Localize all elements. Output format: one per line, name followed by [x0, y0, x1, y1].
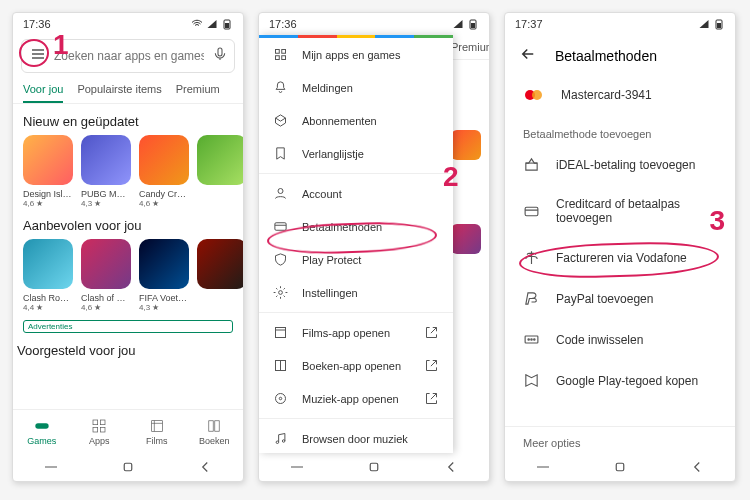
nav-books[interactable]: Boeken — [186, 410, 244, 453]
svg-point-30 — [531, 339, 532, 340]
external-icon — [424, 325, 439, 340]
drawer-wishlist[interactable]: Verlanglijstje — [259, 137, 453, 170]
nav-games[interactable]: Games — [13, 410, 71, 453]
add-method-section: Betaalmethode toevoegen — [505, 114, 735, 144]
system-nav — [259, 453, 489, 481]
app-icon — [197, 239, 243, 289]
drawer-books-app[interactable]: Boeken-app openen — [259, 349, 453, 382]
svg-rect-3 — [93, 420, 98, 425]
svg-rect-14 — [282, 56, 286, 60]
clock: 17:36 — [269, 18, 297, 30]
svg-rect-28 — [525, 336, 538, 343]
home-button[interactable] — [365, 458, 383, 476]
clock: 17:37 — [515, 18, 543, 30]
app-item[interactable]: FIFA Voetbal4,3 ★ — [139, 239, 189, 312]
app-row-1: Design Island4,6 ★ PUBG MOBILE4,3 ★ Cand… — [13, 135, 243, 208]
screen-playstore-home: 17:36 Voor jou Populairste items Premium… — [12, 12, 244, 482]
back-button[interactable] — [688, 458, 706, 476]
ad-badge: Advertenties — [23, 320, 233, 333]
nav-films[interactable]: Films — [128, 410, 186, 453]
saved-card[interactable]: Mastercard-3941 — [505, 76, 735, 114]
tab-top[interactable]: Populairste items — [77, 83, 161, 103]
more-options[interactable]: Meer opties — [505, 426, 735, 453]
app-item[interactable] — [197, 239, 243, 312]
recent-button[interactable] — [288, 458, 306, 476]
status-icons — [452, 18, 479, 30]
svg-rect-2 — [218, 48, 222, 56]
app-item[interactable] — [197, 135, 243, 208]
drawer-payment-methods[interactable]: Betaalmethoden — [259, 210, 453, 243]
add-paypal[interactable]: PayPal toevoegen — [505, 278, 735, 319]
tab-premium[interactable]: Premium — [176, 83, 220, 103]
add-carrier-billing[interactable]: Factureren via Vodafone — [505, 237, 735, 278]
svg-rect-32 — [616, 463, 624, 471]
search-bar[interactable] — [21, 39, 235, 73]
app-icon — [23, 239, 73, 289]
app-icon — [139, 135, 189, 185]
section-suggested: Voorgesteld voor jou — [13, 333, 243, 364]
svg-rect-6 — [101, 427, 106, 432]
app-icon — [23, 135, 73, 185]
status-bar: 17:36 — [259, 13, 489, 35]
home-button[interactable] — [611, 458, 629, 476]
svg-rect-27 — [525, 207, 538, 216]
system-nav — [13, 453, 243, 481]
svg-point-15 — [278, 189, 283, 194]
svg-point-22 — [276, 441, 279, 444]
svg-rect-24 — [370, 463, 378, 471]
svg-point-29 — [528, 339, 529, 340]
app-item[interactable]: Candy Crush Saga4,6 ★ — [139, 135, 189, 208]
drawer-subscriptions[interactable]: Abonnementen — [259, 104, 453, 137]
external-icon — [424, 358, 439, 373]
category-tabs: Voor jou Populairste items Premium — [13, 77, 243, 104]
home-button[interactable] — [119, 458, 137, 476]
svg-rect-12 — [282, 50, 286, 54]
search-input[interactable] — [54, 49, 204, 63]
svg-point-17 — [279, 291, 283, 295]
svg-rect-26 — [717, 23, 721, 28]
section-recommended: Aanbevolen voor jou — [13, 208, 243, 239]
bottom-nav: Games Apps Films Boeken — [13, 409, 243, 453]
tab-for-you[interactable]: Voor jou — [23, 83, 63, 103]
svg-point-21 — [279, 397, 282, 400]
back-arrow-icon[interactable] — [519, 45, 537, 66]
drawer-notifications[interactable]: Meldingen — [259, 71, 453, 104]
svg-rect-18 — [276, 328, 286, 338]
drawer-settings[interactable]: Instellingen — [259, 276, 453, 309]
svg-rect-5 — [93, 427, 98, 432]
svg-rect-1 — [225, 23, 229, 28]
nav-drawer: Mijn apps en games Meldingen Abonnemente… — [259, 35, 453, 453]
app-item[interactable]: Clash Royale4,4 ★ — [23, 239, 73, 312]
drawer-films-app[interactable]: Films-app openen — [259, 316, 453, 349]
svg-rect-11 — [276, 50, 280, 54]
screen-payment-methods: 17:37 Betaalmethoden Mastercard-3941 Bet… — [504, 12, 736, 482]
drawer-music-app[interactable]: Muziek-app openen — [259, 382, 453, 415]
drawer-my-apps[interactable]: Mijn apps en games — [259, 38, 453, 71]
screen-drawer: 17:36 Premium Mijn apps en games Melding… — [258, 12, 490, 482]
app-icon — [81, 239, 131, 289]
back-button[interactable] — [196, 458, 214, 476]
buy-credit[interactable]: Google Play-tegoed kopen — [505, 360, 735, 401]
hamburger-icon[interactable] — [30, 46, 46, 66]
system-nav — [505, 453, 735, 481]
recent-button[interactable] — [534, 458, 552, 476]
drawer-account[interactable]: Account — [259, 177, 453, 210]
redeem-code[interactable]: Code inwisselen — [505, 319, 735, 360]
svg-rect-7 — [151, 420, 162, 431]
svg-rect-4 — [101, 420, 106, 425]
add-card[interactable]: Creditcard of betaalpas toevoegen — [505, 185, 735, 237]
app-item[interactable]: PUBG MOBILE4,3 ★ — [81, 135, 131, 208]
svg-rect-13 — [276, 56, 280, 60]
section-new-updated: Nieuw en geüpdatet — [13, 104, 243, 135]
drawer-browse-music[interactable]: Browsen door muziek — [259, 422, 453, 453]
app-item[interactable]: Design Island4,6 ★ — [23, 135, 73, 208]
app-item[interactable]: Clash of Clans4,6 ★ — [81, 239, 131, 312]
mastercard-icon — [523, 88, 545, 102]
add-ideal[interactable]: iDEAL-betaling toevoegen — [505, 144, 735, 185]
drawer-play-protect[interactable]: Play Protect — [259, 243, 453, 276]
recent-button[interactable] — [42, 458, 60, 476]
nav-apps[interactable]: Apps — [71, 410, 129, 453]
status-icons — [191, 18, 233, 30]
mic-icon[interactable] — [212, 46, 228, 66]
back-button[interactable] — [442, 458, 460, 476]
